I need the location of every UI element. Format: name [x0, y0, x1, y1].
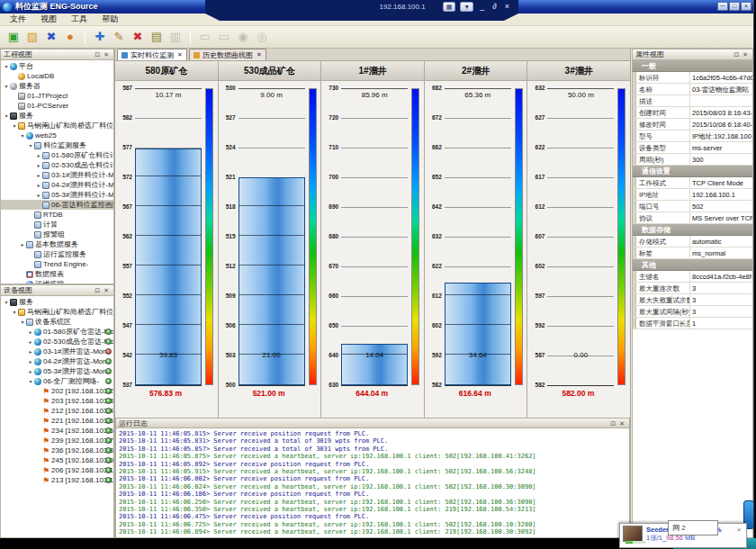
property-value[interactable]: 3 [690, 306, 752, 317]
menu-item[interactable]: 帮助 [95, 14, 124, 25]
tree-item[interactable]: ▾马钢南山矿和尚桥选厂料位监测- [1, 121, 113, 130]
property-row[interactable]: 存储模式automatic [633, 236, 752, 248]
property-row[interactable]: 创建时间2015/08/03 8:16:43-星期- [633, 107, 752, 119]
tree-item[interactable]: 报警组 [1, 230, 113, 239]
tree-item[interactable]: ⚑221 [192.168.103.5]- [1, 416, 113, 426]
property-row[interactable]: 最大重连次数3 [633, 283, 752, 294]
property-value[interactable]: ms-server [690, 142, 752, 153]
property-value[interactable]: 1c6a2f05-4c6b-47d0-8f6c- [690, 72, 752, 83]
property-value[interactable]: 2015/10/08 6:18:40-星期- [690, 119, 752, 130]
window-control-icon[interactable]: ─ [717, 2, 728, 11]
property-row[interactable]: 工作模式TCP Client Mode [633, 177, 752, 189]
vnc-control-icon[interactable]: × [503, 1, 511, 13]
expand-arrow-icon[interactable]: ▸ [27, 348, 34, 355]
expand-arrow-icon[interactable]: ▸ [19, 241, 26, 248]
tree-item[interactable]: 运行监控服务 [1, 249, 113, 259]
property-value[interactable]: IP地址:192.168.100.40- [690, 130, 752, 141]
tab-2[interactable]: 历史数据曲线图✕ [189, 49, 266, 60]
close-icon[interactable]: ✕ [617, 420, 626, 427]
property-value[interactable]: 3 [690, 294, 752, 305]
alarm-icon[interactable]: ● [62, 29, 78, 45]
property-value[interactable]: 300 [690, 154, 752, 165]
vnc-control-icon[interactable]: _ [478, 1, 486, 13]
property-row[interactable]: 端口号502 [633, 201, 752, 212]
property-value[interactable]: ms_normal [690, 248, 752, 258]
tree-item[interactable]: ▾服务器 [1, 81, 113, 91]
tree-item[interactable]: ⚑212 [192.168.103.4]- [1, 406, 113, 416]
property-row[interactable]: IP地址192.168.100.1 [633, 189, 752, 201]
tree-item[interactable]: ▾设备系统区 [1, 317, 113, 327]
property-value[interactable]: MS Server over TCP [690, 212, 752, 223]
tree-item[interactable]: ▾料位监测服务 [1, 140, 113, 150]
tree-item[interactable]: ⚑213 [192.168.103.11]- [1, 475, 113, 485]
tree-item[interactable]: ▸基本数据服务 [1, 239, 113, 249]
tree-item[interactable]: RTDB [1, 210, 113, 220]
expand-arrow-icon[interactable]: ▸ [27, 368, 34, 374]
property-row[interactable]: 协议MS Server over TCP [633, 212, 752, 224]
property-value[interactable]: TCP Client Mode [690, 177, 752, 188]
property-value[interactable] [690, 95, 752, 106]
tree-item[interactable]: ▾马钢南山矿和尚桥选厂料位监测- [1, 307, 113, 317]
form-icon[interactable]: ▤ [148, 29, 165, 45]
collapse-arrow-icon[interactable]: ▾ [11, 309, 18, 315]
tree-item[interactable]: ⚑239 [192.168.103.7]- [1, 436, 113, 446]
property-row[interactable]: 名称03-雷达物位监测站 [633, 84, 752, 95]
property-row[interactable]: 设备类型ms-server [633, 142, 752, 154]
notification-close-icon[interactable]: × [734, 526, 743, 545]
tree-item[interactable]: ▸02-530成品仓雷达-Mon- [1, 337, 113, 346]
expand-arrow-icon[interactable]: ▸ [35, 172, 42, 178]
property-row[interactable]: 型号IP地址:192.168.100.40- [633, 130, 752, 142]
collapse-arrow-icon[interactable]: ▾ [3, 112, 10, 119]
tab-1[interactable]: 实时料位监测✕ [117, 49, 187, 60]
tree-item[interactable]: ▸02-530成品仓料位计-Mon- [1, 160, 113, 170]
delete-icon[interactable]: ✖ [130, 29, 146, 45]
property-value[interactable]: 03-雷达物位监测站 [690, 84, 752, 94]
tree-item[interactable]: ▾06-全厂测控网络- [1, 376, 113, 386]
property-value[interactable]: 1 [690, 318, 752, 328]
window-control-icon[interactable]: × [741, 2, 752, 11]
tree-item[interactable]: ⚑206 [192.168.103.10]- [1, 465, 113, 475]
tree-item[interactable]: ⚑236 [192.168.103.8]- [1, 446, 113, 455]
collapse-arrow-icon[interactable]: ▾ [19, 132, 26, 139]
collapse-arrow-icon[interactable]: ▾ [3, 299, 10, 305]
tab-close-icon[interactable]: ✕ [177, 51, 183, 58]
property-row[interactable]: 主键名8cccd41a-f2cb-4e8f-9b- [633, 271, 752, 283]
property-row[interactable]: 最大重试间隔(秒)3 [633, 306, 752, 318]
property-row[interactable]: 最大失败重试次数3 [633, 294, 752, 306]
pin-icon[interactable]: ⊡ [732, 51, 741, 58]
tree-item[interactable]: ⚑203 [192.168.103.3]- [1, 396, 113, 406]
tree-item[interactable]: 01-JTProject [1, 91, 113, 101]
log-content[interactable]: 2015-10-11 11:46:05.815> Server receive … [115, 428, 630, 538]
collapse-arrow-icon[interactable]: ▾ [11, 122, 18, 129]
collapse-arrow-icon[interactable]: ▾ [27, 378, 34, 384]
pin-icon[interactable]: ⊡ [93, 51, 102, 58]
collapse-arrow-icon[interactable]: ▾ [19, 319, 26, 325]
property-row[interactable]: 标签ms_normal [633, 248, 752, 259]
tree-item[interactable]: ▾平台 [1, 61, 113, 71]
tree-item[interactable]: ▸04-2#溜井雷达-Mon- [1, 356, 113, 366]
edit-icon[interactable]: ✎ [111, 29, 127, 45]
tree-item[interactable]: ▾服务 [1, 297, 113, 307]
window-control-icon[interactable]: □ [729, 2, 740, 11]
property-row[interactable]: 修改时间2015/10/08 6:18:40-星期- [633, 119, 752, 130]
tree-item[interactable]: LocalDB [1, 71, 113, 81]
property-row[interactable]: 标识符1c6a2f05-4c6b-47d0-8f6c- [633, 72, 752, 84]
property-value[interactable]: 192.168.100.1 [690, 189, 752, 200]
property-value[interactable]: 502 [690, 201, 752, 212]
collapse-arrow-icon[interactable]: ▾ [3, 83, 10, 89]
vnc-chip-icon[interactable]: ▼ [460, 2, 473, 12]
expand-arrow-icon[interactable]: ▸ [27, 358, 34, 364]
close-icon[interactable]: ✕ [741, 51, 750, 58]
tree-item[interactable]: ▸03-1#溜井雷达-Mon- [1, 346, 113, 356]
tree-item[interactable]: ▾服务 [1, 111, 113, 121]
expand-arrow-icon[interactable]: ▸ [35, 162, 42, 168]
tree-item[interactable]: ▸03-1#溜井料位计-Mon- [1, 170, 113, 180]
expand-arrow-icon[interactable]: ▸ [27, 338, 34, 345]
property-value[interactable]: 2015/08/03 8:16:43-星期- [690, 107, 752, 118]
property-value[interactable]: automatic [690, 236, 752, 247]
vnc-control-icon[interactable]: ∂ [490, 1, 498, 13]
expand-arrow-icon[interactable]: ▸ [35, 152, 42, 158]
tree-item[interactable]: ▸01-580原矿仓雷达-Mon- [1, 327, 113, 337]
tree-item[interactable]: ▾web25 [1, 130, 113, 140]
pin-icon[interactable]: ⊡ [93, 287, 102, 293]
